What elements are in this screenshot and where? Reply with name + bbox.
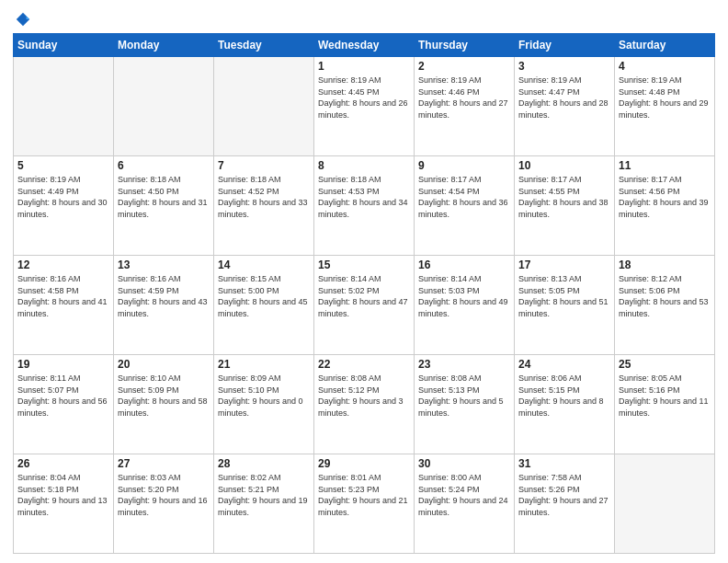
day-number: 17 (518, 259, 610, 271)
day-number: 13 (118, 259, 210, 271)
calendar-cell-2-5: 9Sunrise: 8:17 AM Sunset: 4:54 PM Daylig… (415, 156, 515, 256)
day-number: 16 (418, 259, 510, 271)
day-info: Sunrise: 8:10 AM Sunset: 5:09 PM Dayligh… (118, 373, 210, 419)
calendar-cell-3-7: 18Sunrise: 8:12 AM Sunset: 5:06 PM Dayli… (615, 256, 715, 355)
calendar-cell-1-1 (14, 57, 114, 156)
day-info: Sunrise: 8:01 AM Sunset: 5:23 PM Dayligh… (318, 472, 410, 518)
weekday-header-thursday: Thursday (415, 34, 515, 57)
day-number: 14 (218, 259, 310, 271)
day-number: 29 (318, 457, 410, 470)
calendar-cell-5-5: 30Sunrise: 8:00 AM Sunset: 5:24 PM Dayli… (415, 454, 515, 554)
day-info: Sunrise: 8:19 AM Sunset: 4:49 PM Dayligh… (17, 174, 109, 220)
day-info: Sunrise: 8:16 AM Sunset: 4:59 PM Dayligh… (118, 273, 210, 319)
day-info: Sunrise: 8:12 AM Sunset: 5:06 PM Dayligh… (619, 273, 711, 319)
weekday-header-tuesday: Tuesday (214, 34, 314, 57)
day-info: Sunrise: 8:17 AM Sunset: 4:54 PM Dayligh… (418, 174, 510, 220)
calendar-cell-4-5: 23Sunrise: 8:08 AM Sunset: 5:13 PM Dayli… (415, 355, 515, 454)
calendar-table: SundayMondayTuesdayWednesdayThursdayFrid… (13, 33, 715, 554)
calendar-cell-2-7: 11Sunrise: 8:17 AM Sunset: 4:56 PM Dayli… (615, 156, 715, 256)
calendar-cell-4-6: 24Sunrise: 8:06 AM Sunset: 5:15 PM Dayli… (515, 355, 615, 454)
day-number: 3 (518, 60, 610, 73)
calendar-cell-2-3: 7Sunrise: 8:18 AM Sunset: 4:52 PM Daylig… (214, 156, 314, 256)
calendar-cell-5-4: 29Sunrise: 8:01 AM Sunset: 5:23 PM Dayli… (314, 454, 415, 554)
calendar-cell-5-3: 28Sunrise: 8:02 AM Sunset: 5:21 PM Dayli… (214, 454, 314, 554)
day-number: 10 (518, 159, 610, 172)
weekday-header-sunday: Sunday (14, 34, 114, 57)
calendar-cell-3-5: 16Sunrise: 8:14 AM Sunset: 5:03 PM Dayli… (415, 256, 515, 355)
week-row-5: 26Sunrise: 8:04 AM Sunset: 5:18 PM Dayli… (14, 454, 715, 554)
day-number: 25 (619, 358, 711, 371)
logo-icon (15, 11, 31, 28)
page: SundayMondayTuesdayWednesdayThursdayFrid… (0, 0, 728, 563)
calendar-cell-1-5: 2Sunrise: 8:19 AM Sunset: 4:46 PM Daylig… (415, 57, 515, 156)
day-info: Sunrise: 8:14 AM Sunset: 5:03 PM Dayligh… (418, 273, 510, 319)
day-number: 31 (518, 457, 610, 470)
day-info: Sunrise: 8:04 AM Sunset: 5:18 PM Dayligh… (17, 472, 109, 518)
calendar-cell-5-7 (615, 454, 715, 554)
calendar-cell-5-6: 31Sunrise: 7:58 AM Sunset: 5:26 PM Dayli… (515, 454, 615, 554)
calendar-cell-1-6: 3Sunrise: 8:19 AM Sunset: 4:47 PM Daylig… (515, 57, 615, 156)
week-row-2: 5Sunrise: 8:19 AM Sunset: 4:49 PM Daylig… (14, 156, 715, 256)
day-info: Sunrise: 8:15 AM Sunset: 5:00 PM Dayligh… (218, 273, 310, 319)
calendar-cell-4-3: 21Sunrise: 8:09 AM Sunset: 5:10 PM Dayli… (214, 355, 314, 454)
week-row-4: 19Sunrise: 8:11 AM Sunset: 5:07 PM Dayli… (14, 355, 715, 454)
logo (13, 13, 31, 28)
weekday-header-monday: Monday (114, 34, 214, 57)
day-info: Sunrise: 8:06 AM Sunset: 5:15 PM Dayligh… (518, 373, 610, 419)
calendar-cell-3-4: 15Sunrise: 8:14 AM Sunset: 5:02 PM Dayli… (314, 256, 415, 355)
day-number: 9 (418, 159, 510, 172)
day-number: 24 (518, 358, 610, 371)
calendar-cell-1-4: 1Sunrise: 8:19 AM Sunset: 4:45 PM Daylig… (314, 57, 415, 156)
weekday-header-friday: Friday (515, 34, 615, 57)
day-info: Sunrise: 8:13 AM Sunset: 5:05 PM Dayligh… (518, 273, 610, 319)
week-row-3: 12Sunrise: 8:16 AM Sunset: 4:58 PM Dayli… (14, 256, 715, 355)
day-info: Sunrise: 8:14 AM Sunset: 5:02 PM Dayligh… (318, 273, 410, 319)
day-number: 26 (17, 457, 109, 470)
day-info: Sunrise: 8:16 AM Sunset: 4:58 PM Dayligh… (17, 273, 109, 319)
calendar-cell-1-2 (114, 57, 214, 156)
day-number: 19 (17, 358, 109, 371)
day-number: 11 (619, 159, 711, 172)
weekday-header-wednesday: Wednesday (314, 34, 415, 57)
day-info: Sunrise: 8:19 AM Sunset: 4:48 PM Dayligh… (619, 75, 711, 121)
calendar-cell-4-4: 22Sunrise: 8:08 AM Sunset: 5:12 PM Dayli… (314, 355, 415, 454)
day-number: 5 (17, 159, 109, 172)
day-info: Sunrise: 8:09 AM Sunset: 5:10 PM Dayligh… (218, 373, 310, 419)
day-info: Sunrise: 7:58 AM Sunset: 5:26 PM Dayligh… (518, 472, 610, 518)
weekday-header-saturday: Saturday (615, 34, 715, 57)
calendar-cell-3-2: 13Sunrise: 8:16 AM Sunset: 4:59 PM Dayli… (114, 256, 214, 355)
day-info: Sunrise: 8:05 AM Sunset: 5:16 PM Dayligh… (619, 373, 711, 419)
day-number: 23 (418, 358, 510, 371)
day-info: Sunrise: 8:11 AM Sunset: 5:07 PM Dayligh… (17, 373, 109, 419)
day-number: 18 (619, 259, 711, 271)
day-number: 22 (318, 358, 410, 371)
day-number: 15 (318, 259, 410, 271)
day-info: Sunrise: 8:17 AM Sunset: 4:56 PM Dayligh… (619, 174, 711, 220)
day-number: 6 (118, 159, 210, 172)
day-info: Sunrise: 8:18 AM Sunset: 4:53 PM Dayligh… (318, 174, 410, 220)
day-info: Sunrise: 8:17 AM Sunset: 4:55 PM Dayligh… (518, 174, 610, 220)
calendar-cell-2-1: 5Sunrise: 8:19 AM Sunset: 4:49 PM Daylig… (14, 156, 114, 256)
day-info: Sunrise: 8:19 AM Sunset: 4:47 PM Dayligh… (518, 75, 610, 121)
calendar-cell-5-2: 27Sunrise: 8:03 AM Sunset: 5:20 PM Dayli… (114, 454, 214, 554)
calendar-cell-4-7: 25Sunrise: 8:05 AM Sunset: 5:16 PM Dayli… (615, 355, 715, 454)
calendar-cell-5-1: 26Sunrise: 8:04 AM Sunset: 5:18 PM Dayli… (14, 454, 114, 554)
day-number: 12 (17, 259, 109, 271)
calendar-cell-1-3 (214, 57, 314, 156)
day-info: Sunrise: 8:18 AM Sunset: 4:50 PM Dayligh… (118, 174, 210, 220)
calendar-cell-1-7: 4Sunrise: 8:19 AM Sunset: 4:48 PM Daylig… (615, 57, 715, 156)
day-info: Sunrise: 8:02 AM Sunset: 5:21 PM Dayligh… (218, 472, 310, 518)
calendar-cell-4-2: 20Sunrise: 8:10 AM Sunset: 5:09 PM Dayli… (114, 355, 214, 454)
day-number: 27 (118, 457, 210, 470)
day-number: 28 (218, 457, 310, 470)
header (13, 9, 715, 28)
day-info: Sunrise: 8:08 AM Sunset: 5:13 PM Dayligh… (418, 373, 510, 419)
day-number: 2 (418, 60, 510, 73)
calendar-cell-3-3: 14Sunrise: 8:15 AM Sunset: 5:00 PM Dayli… (214, 256, 314, 355)
day-number: 8 (318, 159, 410, 172)
day-number: 21 (218, 358, 310, 371)
day-info: Sunrise: 8:00 AM Sunset: 5:24 PM Dayligh… (418, 472, 510, 518)
day-number: 7 (218, 159, 310, 172)
calendar-cell-3-6: 17Sunrise: 8:13 AM Sunset: 5:05 PM Dayli… (515, 256, 615, 355)
day-info: Sunrise: 8:18 AM Sunset: 4:52 PM Dayligh… (218, 174, 310, 220)
